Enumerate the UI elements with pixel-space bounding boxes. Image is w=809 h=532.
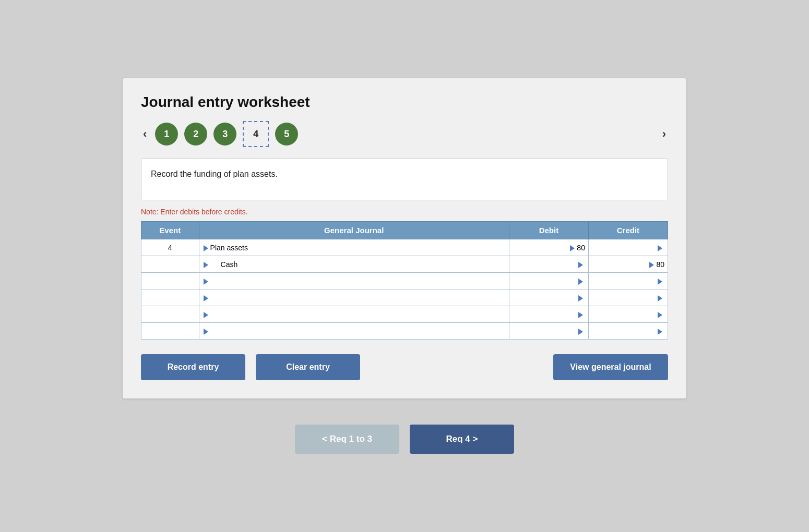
credit-triangle-icon xyxy=(658,245,662,251)
step-1-button[interactable]: 1 xyxy=(155,123,178,146)
event-header: Event xyxy=(141,222,199,239)
general-journal-cell[interactable] xyxy=(199,289,509,306)
next-req-button[interactable]: Req 4 > xyxy=(410,425,514,454)
credit-header: Credit xyxy=(588,222,668,239)
general-journal-cell[interactable] xyxy=(199,306,509,323)
debit-triangle-icon xyxy=(570,245,575,251)
credit-cell[interactable]: 80 xyxy=(588,256,668,273)
general-journal-header: General Journal xyxy=(199,222,509,239)
table-row: 4Plan assets80 xyxy=(141,239,668,256)
credit-cell[interactable] xyxy=(588,289,668,306)
credit-cell[interactable] xyxy=(588,239,668,256)
table-row: Cash80 xyxy=(141,256,668,273)
debit-cell[interactable] xyxy=(509,289,588,306)
row-triangle-icon xyxy=(204,262,208,268)
row-triangle-icon xyxy=(204,295,208,301)
action-buttons-row: Record entry Clear entry View general jo… xyxy=(141,354,668,380)
debit-triangle-icon xyxy=(578,262,583,268)
table-row xyxy=(141,306,668,323)
next-step-button[interactable]: › xyxy=(660,127,668,141)
event-cell xyxy=(141,323,199,340)
step-2-button[interactable]: 2 xyxy=(184,123,207,146)
gj-cell-text: Cash xyxy=(210,260,238,269)
note-text: Note: Enter debits before credits. xyxy=(141,208,668,216)
credit-cell[interactable] xyxy=(588,323,668,340)
step-4-button[interactable]: 4 xyxy=(243,121,269,147)
credit-triangle-icon xyxy=(658,295,662,301)
debit-triangle-icon xyxy=(578,329,583,335)
debit-cell[interactable]: 80 xyxy=(509,239,588,256)
page-wrapper: Journal entry worksheet ‹ 1 2 3 4 5 › Re… xyxy=(0,0,809,532)
event-cell: 4 xyxy=(141,239,199,256)
debit-triangle-icon xyxy=(578,279,583,285)
row-triangle-icon xyxy=(204,329,208,335)
debit-header: Debit xyxy=(509,222,588,239)
debit-cell[interactable] xyxy=(509,256,588,273)
prev-req-button[interactable]: < Req 1 to 3 xyxy=(295,425,399,454)
prev-step-button[interactable]: ‹ xyxy=(141,127,149,141)
step-3-button[interactable]: 3 xyxy=(213,123,236,146)
view-general-journal-button[interactable]: View general journal xyxy=(553,354,668,380)
credit-value: 80 xyxy=(656,260,664,269)
description-text: Record the funding of plan assets. xyxy=(151,170,278,178)
debit-value: 80 xyxy=(577,244,585,252)
debit-triangle-icon xyxy=(578,312,583,318)
debit-cell[interactable] xyxy=(509,273,588,289)
step-5-button[interactable]: 5 xyxy=(275,123,298,146)
row-triangle-icon xyxy=(204,279,208,285)
credit-triangle-icon xyxy=(649,262,654,268)
row-triangle-icon xyxy=(204,312,208,318)
debit-cell[interactable] xyxy=(509,306,588,323)
event-cell xyxy=(141,273,199,289)
debit-triangle-icon xyxy=(578,295,583,301)
main-card: Journal entry worksheet ‹ 1 2 3 4 5 › Re… xyxy=(123,78,686,398)
general-journal-cell[interactable] xyxy=(199,273,509,289)
credit-cell[interactable] xyxy=(588,273,668,289)
table-row xyxy=(141,273,668,289)
event-cell xyxy=(141,289,199,306)
table-row xyxy=(141,289,668,306)
clear-entry-button[interactable]: Clear entry xyxy=(256,354,360,380)
credit-cell[interactable] xyxy=(588,306,668,323)
record-entry-button[interactable]: Record entry xyxy=(141,354,245,380)
credit-triangle-icon xyxy=(658,279,662,285)
general-journal-cell[interactable]: Plan assets xyxy=(199,239,509,256)
credit-triangle-icon xyxy=(658,329,662,335)
credit-triangle-icon xyxy=(658,312,662,318)
debit-cell[interactable] xyxy=(509,323,588,340)
step-navigation: ‹ 1 2 3 4 5 › xyxy=(141,121,668,147)
general-journal-cell[interactable]: Cash xyxy=(199,256,509,273)
page-title: Journal entry worksheet xyxy=(141,94,668,111)
gj-cell-text: Plan assets xyxy=(210,244,248,252)
journal-table: Event General Journal Debit Credit 4Plan… xyxy=(141,221,668,340)
row-triangle-icon xyxy=(204,245,208,251)
description-box: Record the funding of plan assets. xyxy=(141,159,668,200)
table-row xyxy=(141,323,668,340)
event-cell xyxy=(141,306,199,323)
event-cell xyxy=(141,256,199,273)
general-journal-cell[interactable] xyxy=(199,323,509,340)
bottom-navigation: < Req 1 to 3 Req 4 > xyxy=(123,425,686,454)
